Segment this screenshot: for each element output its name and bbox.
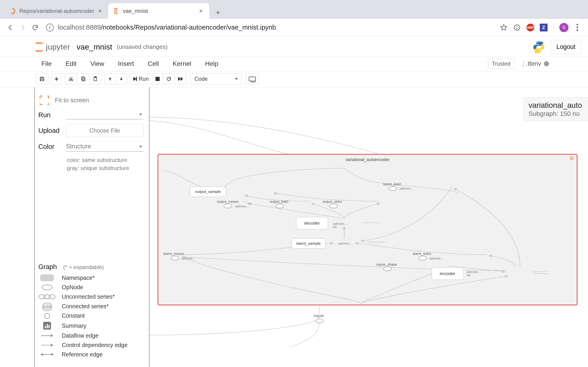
save-button[interactable]	[36, 73, 48, 84]
tag-optimize-1: optimize…	[235, 205, 249, 208]
menu-help[interactable]: Help	[198, 60, 225, 67]
jupyter-logo-icon	[35, 42, 44, 52]
trusted-button[interactable]: Trusted	[488, 58, 514, 69]
fit-to-screen-button[interactable]: Fit to screen	[55, 97, 89, 104]
dataflow-edge-icon	[38, 335, 56, 336]
save-status: (unsaved changes)	[117, 43, 168, 50]
svg-rect-15	[121, 77, 121, 79]
bookmark-icon[interactable]	[498, 22, 509, 33]
run-button[interactable]: Run	[130, 73, 152, 84]
graph-edges	[158, 155, 577, 305]
zotero-icon[interactable]: Z	[538, 22, 549, 33]
tag-encoder-init: init	[467, 273, 470, 277]
menu-view[interactable]: View	[83, 60, 111, 67]
menubar: File Edit View Insert Cell Kernel Help T…	[0, 56, 588, 71]
graph-canvas[interactable]: variational_auto Subgraph: 150 no inputs…	[149, 87, 588, 367]
label-output-stdvs[interactable]: output_stdvs	[322, 200, 342, 203]
python-logo-icon	[533, 41, 545, 53]
overflow-menu-icon[interactable]	[572, 22, 582, 33]
color-description: color: same substructure gray: unique su…	[38, 154, 144, 172]
menu-file[interactable]: File	[35, 60, 59, 67]
kernel-name[interactable]: .tfenv	[526, 60, 541, 67]
tag-optimize-3: optimize…	[181, 257, 195, 260]
copy-button[interactable]	[77, 73, 89, 84]
url-display[interactable]: localhost:8889/notebooks/Repos/variation…	[58, 24, 276, 31]
back-button[interactable]	[4, 21, 17, 34]
ell-latent-means[interactable]	[171, 256, 179, 260]
unconnected-series-icon	[38, 294, 56, 299]
move-down-button[interactable]	[115, 73, 127, 84]
close-icon[interactable]: ×	[97, 8, 103, 14]
inputs-node-label[interactable]: inputs	[313, 314, 324, 318]
jupyter-page: jupyter vae_mnist (unsaved changes) Logo…	[0, 36, 588, 367]
label-latent-means[interactable]: latent_means	[163, 252, 184, 256]
reload-button[interactable]	[29, 21, 41, 34]
browser-chrome: Repos/variational-autoencoder × vae_mnis…	[0, 0, 588, 36]
fit-to-screen-icon[interactable]	[40, 96, 49, 105]
ell-output-means[interactable]	[224, 204, 232, 208]
celltype-select[interactable]: Code	[191, 73, 241, 84]
tab-inactive[interactable]: Repos/variational-autoencoder ×	[5, 3, 108, 19]
ell-output-lstd2[interactable]	[275, 204, 284, 208]
reference-edge-icon	[38, 354, 56, 355]
output-cell: Fit to screen Run Upload Choose File Col…	[0, 87, 588, 367]
svg-point-0	[10, 8, 15, 14]
tensorboard-sidebar: Fit to screen Run Upload Choose File Col…	[35, 87, 149, 367]
node-encoder[interactable]: encoder	[432, 267, 464, 280]
restart-button[interactable]	[163, 73, 174, 84]
paste-button[interactable]	[89, 73, 102, 84]
restart-run-all-button[interactable]	[174, 73, 187, 84]
choose-file-button[interactable]: Choose File	[66, 124, 144, 137]
menu-cell[interactable]: Cell	[141, 60, 166, 67]
divider	[553, 23, 554, 32]
run-label: Run	[38, 111, 66, 119]
label-inputs-shape[interactable]: inputs_shape	[376, 262, 397, 266]
svg-rect-6	[41, 77, 43, 78]
interrupt-button[interactable]	[152, 73, 163, 84]
graph-scope[interactable]: variational_autoencoder	[157, 154, 578, 305]
profile-avatar[interactable]: S	[559, 22, 569, 33]
node-latent-sample[interactable]: latent_sample	[292, 239, 326, 249]
jupyter-brand: jupyter	[46, 42, 70, 51]
command-palette-button[interactable]	[246, 73, 259, 84]
jupyter-logo[interactable]: jupyter	[35, 42, 70, 52]
forward-button[interactable]	[17, 21, 29, 34]
notebook-name[interactable]: vae_mnist	[77, 42, 112, 51]
logout-button[interactable]: Logout	[551, 40, 581, 54]
label-output-lstd2[interactable]: output_lstd2	[270, 200, 288, 203]
tab-active[interactable]: vae_mnist ×	[108, 3, 209, 19]
info-icon[interactable]	[512, 22, 522, 33]
menu-insert[interactable]: Insert	[111, 60, 141, 67]
color-select[interactable]: Structure	[66, 142, 144, 152]
label-output-means[interactable]: output_means	[217, 200, 239, 203]
node-decoder[interactable]: decoder	[296, 217, 328, 229]
ell-latent-lstd2[interactable]	[389, 186, 397, 191]
label-latent-lstd2[interactable]: latent_lstd2	[383, 182, 401, 186]
jupyter-favicon	[9, 8, 16, 15]
kernel-divider: |	[523, 60, 524, 67]
label-latent-stdvs[interactable]: latent_stdvs	[413, 252, 431, 256]
svg-point-9	[71, 79, 73, 81]
abp-icon[interactable]: ABP	[525, 22, 536, 33]
new-tab-button[interactable]: +	[212, 6, 225, 19]
legend-title: Graph	[38, 263, 57, 270]
menu-kernel[interactable]: Kernel	[166, 60, 198, 67]
close-icon[interactable]: ×	[198, 8, 204, 14]
ell-output-stdvs[interactable]	[329, 204, 338, 208]
legend-list: Namespace* OpNode Unconnected series* Co…	[38, 271, 144, 358]
ell-inputs-shape[interactable]	[383, 267, 392, 271]
ell-latent-stdvs[interactable]	[418, 256, 427, 260]
constant-icon	[38, 313, 56, 319]
inputs-node-icon[interactable]	[316, 319, 324, 323]
run-select[interactable]	[66, 110, 144, 119]
jupyter-header: jupyter vae_mnist (unsaved changes) Logo…	[0, 36, 588, 56]
move-up-button[interactable]	[104, 73, 115, 84]
tag-optimize-2: optimize…	[399, 187, 414, 190]
cut-button[interactable]	[65, 73, 77, 84]
address-bar: i localhost:8889/notebooks/Repos/variati…	[0, 19, 588, 36]
svg-rect-3	[517, 27, 518, 29]
site-info-icon[interactable]: i	[46, 24, 54, 31]
node-output-sample[interactable]: output_sample	[190, 187, 226, 197]
menu-edit[interactable]: Edit	[59, 60, 83, 67]
insert-cell-button[interactable]: +	[51, 73, 62, 84]
